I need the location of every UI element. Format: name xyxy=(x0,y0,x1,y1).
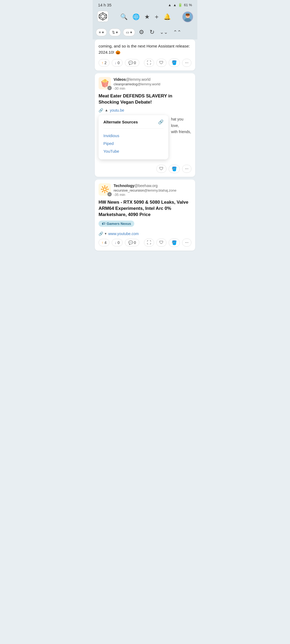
card3-upvote-button[interactable]: ↑ 4 xyxy=(99,239,110,246)
alt-sources-popup: Alternate Sources 🔗 Invidious Piped YouT… xyxy=(99,115,168,159)
card3-post-title: HW News - RTX 5090 & 5080 Leaks, Valve A… xyxy=(99,199,191,218)
card3-community-name-row: Technology@beehaw.org xyxy=(114,183,191,188)
filter-chevron: ▾ xyxy=(116,30,118,34)
sort-button[interactable]: ≡ ▾ xyxy=(96,28,107,36)
view-button[interactable]: ▭ ▾ xyxy=(123,28,135,36)
card3-post-time: -35 min xyxy=(114,193,191,197)
card3-post-header: 🔆 − Technology@beehaw.org recursive_recu… xyxy=(99,183,191,197)
poster-name: cleanprairiedog@lemmy.world xyxy=(114,82,191,86)
alt-source-youtube[interactable]: YouTube xyxy=(103,147,164,155)
post-header: 🍿 − Videos@lemmy.world cleanprairiedog@l… xyxy=(99,77,191,90)
downvote-button[interactable]: ↓ 0 xyxy=(112,59,123,67)
card-tech-post: 🔆 − Technology@beehaw.org recursive_recu… xyxy=(95,180,195,251)
header-icons: 🔍 🌐 ★ + 🔔 xyxy=(114,13,177,21)
card3-link-url[interactable]: www.youtube.com xyxy=(108,232,139,236)
tag-icon: 🏷 xyxy=(102,222,105,226)
upvote-button[interactable]: ↑ 2 xyxy=(99,59,110,67)
card3-link-row: 🔗 ▾ www.youtube.com xyxy=(99,232,191,236)
card3-community-name[interactable]: Technology@beehaw.org xyxy=(114,184,158,188)
settings-button[interactable]: ⚙ xyxy=(137,28,146,37)
tech-emoji: 🔆 xyxy=(100,185,109,193)
feed: coming, and so is the next Home Assistan… xyxy=(93,39,197,251)
post-title: Meat Eater DEFENDS SLAVERY in Shocking V… xyxy=(99,93,191,105)
partial-right-text1: hat you love, xyxy=(171,116,191,129)
collapse-all-button[interactable]: ⌃⌃ xyxy=(172,28,183,36)
card3-shield-button[interactable]: 🛡 xyxy=(156,239,166,247)
community-info: Videos@lemmy.world cleanprairiedog@lemmy… xyxy=(114,77,191,90)
add-icon[interactable]: + xyxy=(155,13,158,21)
poster-server: @lemmy.world xyxy=(137,82,160,86)
expand-button[interactable]: ⛶ xyxy=(144,59,154,67)
status-icons: ▲ ▲ 🔋 61 % xyxy=(168,3,192,7)
community-name-row: Videos@lemmy.world xyxy=(114,77,191,82)
card3-chevron-down-icon[interactable]: ▾ xyxy=(105,232,107,236)
avatar-image xyxy=(183,12,193,22)
community-avatar-tech[interactable]: 🔆 − xyxy=(99,183,111,196)
link-url[interactable]: youtu.be xyxy=(110,108,124,112)
alt-divider xyxy=(103,128,164,129)
community-avatar-videos[interactable]: 🍿 − xyxy=(99,77,111,89)
status-bar: 14 h 35 ▲ ▲ 🔋 61 % xyxy=(93,0,197,9)
archive-button[interactable]: 🪣 xyxy=(169,58,180,67)
alt-source-invidious[interactable]: Invidious xyxy=(103,132,164,140)
tech-minus-badge: − xyxy=(107,192,112,196)
alt-sources-title: Alternate Sources xyxy=(103,120,138,124)
view-chevron: ▾ xyxy=(130,30,132,34)
more-button[interactable]: ··· xyxy=(182,59,191,67)
card3-more-button[interactable]: ··· xyxy=(182,239,191,247)
chevron-up-icon[interactable]: ▲ xyxy=(105,108,108,112)
downvote-icon: ↓ xyxy=(115,61,117,65)
card2-action-bar-right: 🛡 🪣 ··· xyxy=(99,165,191,173)
card3-poster-name: recursive_recursion@lemmy.blahaj.zone xyxy=(114,188,191,192)
upvote-count: 2 xyxy=(104,61,107,65)
comment-count: 0 xyxy=(134,61,136,65)
comment-icon: 💬 xyxy=(128,61,133,65)
upvote-icon: ↑ xyxy=(102,61,103,65)
card3-comment-count: 0 xyxy=(134,240,136,245)
filter-button[interactable]: ⇅ ▾ xyxy=(109,28,121,36)
svg-rect-15 xyxy=(186,13,190,15)
card3-comment-icon: 💬 xyxy=(128,240,133,245)
community-server: @lemmy.world xyxy=(126,77,151,82)
card3-community-server: @beehaw.org xyxy=(135,184,158,188)
filter-icon: ⇅ xyxy=(112,30,115,34)
downvote-count: 0 xyxy=(118,61,120,65)
refresh-button[interactable]: ↻ xyxy=(148,28,156,37)
toolbar: ≡ ▾ ⇅ ▾ ▭ ▾ ⚙ ↻ ⌄⌄ ⌃⌃ xyxy=(93,26,197,39)
notifications-icon[interactable]: 🔔 xyxy=(164,13,171,20)
comment-button[interactable]: 💬 0 xyxy=(125,59,140,67)
alt-link-icon[interactable]: 🔗 xyxy=(158,119,164,125)
community-name[interactable]: Videos@lemmy.world xyxy=(114,77,150,82)
card3-comment-button[interactable]: 💬 0 xyxy=(125,239,140,246)
card3-upvote-icon: ↑ xyxy=(102,240,103,245)
search-icon[interactable]: 🔍 xyxy=(120,13,128,20)
alt-sources-header: Alternate Sources 🔗 xyxy=(103,119,164,125)
card-videos-post: 🍿 − Videos@lemmy.world cleanprairiedog@l… xyxy=(95,73,195,177)
card3-expand-button[interactable]: ⛶ xyxy=(144,239,154,247)
wifi-icon: ▲ xyxy=(168,3,172,7)
globe-icon[interactable]: 🌐 xyxy=(132,13,140,20)
tag-pill[interactable]: 🏷 Gamers Nexus xyxy=(99,221,134,227)
alt-source-piped[interactable]: Piped xyxy=(103,140,164,147)
card3-community-info: Technology@beehaw.org recursive_recursio… xyxy=(114,183,191,197)
signal-icon: ▲ xyxy=(173,3,176,7)
popup-area: Alternate Sources 🔗 Invidious Piped YouT… xyxy=(99,115,191,162)
avatar[interactable] xyxy=(182,12,193,22)
post-time: -30 min xyxy=(114,86,191,90)
card2-shield-button[interactable]: 🛡 xyxy=(156,165,166,173)
partial-right-text2: with friends, xyxy=(171,129,191,135)
shield-button[interactable]: 🛡 xyxy=(156,59,166,67)
link-row: 🔗 ▲ youtu.be xyxy=(99,108,191,112)
sort-chevron: ▾ xyxy=(102,30,104,34)
card-partial-top: coming, and so is the next Home Assistan… xyxy=(95,39,195,71)
expand-all-button[interactable]: ⌄⌄ xyxy=(158,28,169,36)
bookmarks-icon[interactable]: ★ xyxy=(144,13,150,20)
card2-more-button[interactable]: ··· xyxy=(182,165,191,173)
app-logo[interactable] xyxy=(97,10,109,23)
link-icon: 🔗 xyxy=(99,108,103,112)
card1-action-bar: ↑ 2 ↓ 0 💬 0 ⛶ 🛡 🪣 ··· xyxy=(99,58,191,67)
card3-downvote-button[interactable]: ↓ 0 xyxy=(112,239,123,246)
card3-archive-button[interactable]: 🪣 xyxy=(169,239,180,247)
card2-archive-button[interactable]: 🪣 xyxy=(169,165,180,173)
card3-downvote-count: 0 xyxy=(118,240,120,245)
